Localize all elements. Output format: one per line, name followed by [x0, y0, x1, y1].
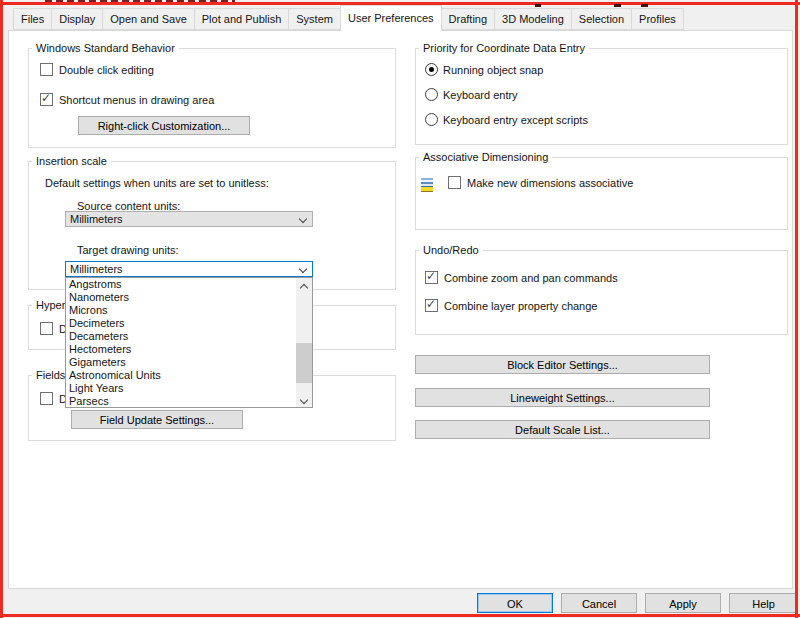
- default-scale-list-button[interactable]: Default Scale List...: [415, 420, 710, 439]
- tab-system[interactable]: System: [288, 8, 341, 30]
- group-undo-redo: [415, 250, 788, 335]
- dropdown-option[interactable]: Gigameters: [66, 356, 312, 369]
- scroll-down-button[interactable]: [296, 392, 312, 407]
- associative-dimension-icon: [421, 178, 433, 192]
- shortcut-menus-label: Shortcut menus in drawing area: [59, 94, 214, 107]
- annotation-border-bottom: [0, 614, 800, 617]
- tab-profiles[interactable]: Profiles: [631, 8, 684, 30]
- tab-files[interactable]: Files: [13, 8, 52, 30]
- chevron-up-icon: [300, 284, 308, 292]
- dropdown-scrollbar[interactable]: [296, 278, 312, 407]
- keyboard-entry-label: Keyboard entry: [443, 89, 518, 102]
- tab-display[interactable]: Display: [51, 8, 103, 30]
- group-title: Priority for Coordinate Data Entry: [419, 42, 589, 54]
- block-editor-settings-button[interactable]: Block Editor Settings...: [415, 355, 710, 374]
- scroll-up-button[interactable]: [296, 278, 312, 293]
- make-new-dimensions-associative-checkbox[interactable]: [448, 176, 461, 189]
- keyboard-entry-radio[interactable]: [425, 88, 438, 101]
- check-icon: ✓: [426, 297, 436, 311]
- cancel-button[interactable]: Cancel: [561, 593, 637, 613]
- annotation-border-right: [795, 0, 798, 618]
- combine-layer-property-checkbox[interactable]: ✓: [425, 299, 438, 312]
- right-click-customization-button[interactable]: Right-click Customization...: [78, 116, 250, 135]
- field-update-settings-button[interactable]: Field Update Settings...: [71, 410, 243, 429]
- clipped-text-remnant: [641, 4, 648, 7]
- group-title: Insertion scale: [32, 155, 111, 167]
- ok-button[interactable]: OK: [477, 593, 553, 613]
- shortcut-menus-checkbox[interactable]: ✓: [40, 93, 53, 106]
- dropdown-option[interactable]: Parsecs: [66, 395, 312, 408]
- tab-user-preferences[interactable]: User Preferences: [340, 5, 442, 31]
- annotation-border-top: [0, 2, 800, 5]
- group-associative-dimensioning: [415, 157, 788, 230]
- running-object-snap-radio[interactable]: [425, 63, 438, 76]
- dropdown-option[interactable]: Astronomical Units: [66, 369, 312, 382]
- make-new-dimensions-associative-label: Make new dimensions associative: [467, 177, 633, 190]
- tab-3d-modeling[interactable]: 3D Modeling: [494, 8, 572, 30]
- keyboard-entry-except-scripts-radio[interactable]: [425, 113, 438, 126]
- chevron-down-icon: [299, 215, 307, 223]
- check-icon: ✓: [426, 269, 436, 283]
- group-title: Undo/Redo: [419, 244, 483, 256]
- fields-display-checkbox[interactable]: [40, 392, 53, 405]
- combine-zoom-pan-label: Combine zoom and pan commands: [444, 272, 618, 285]
- group-title: Windows Standard Behavior: [32, 42, 179, 54]
- tab-bar: Files Display Open and Save Plot and Pub…: [13, 8, 684, 31]
- double-click-editing-label: Double click editing: [59, 64, 154, 77]
- source-content-units-value: Millimeters: [70, 213, 123, 225]
- dropdown-option[interactable]: Hectometers: [66, 343, 312, 356]
- dropdown-option[interactable]: Angstroms: [66, 278, 312, 291]
- source-content-units-combo[interactable]: Millimeters: [65, 211, 313, 227]
- scrollbar-thumb[interactable]: [296, 343, 312, 383]
- combine-zoom-pan-checkbox[interactable]: ✓: [425, 271, 438, 284]
- combine-layer-property-label: Combine layer property change: [444, 300, 597, 313]
- tab-drafting[interactable]: Drafting: [441, 8, 496, 30]
- chevron-down-icon: [300, 396, 308, 404]
- help-button[interactable]: Help: [729, 593, 798, 613]
- dropdown-option[interactable]: Light Years: [66, 382, 312, 395]
- tab-plot-and-publish[interactable]: Plot and Publish: [194, 8, 290, 30]
- annotation-border-left: [0, 0, 3, 618]
- target-drawing-units-value: Millimeters: [70, 263, 123, 275]
- dropdown-option[interactable]: Nanometers: [66, 291, 312, 304]
- keyboard-entry-except-scripts-label: Keyboard entry except scripts: [443, 114, 588, 127]
- lineweight-settings-button[interactable]: Lineweight Settings...: [415, 388, 710, 407]
- chevron-down-icon: [299, 265, 307, 273]
- clipped-text-remnant: [614, 4, 621, 7]
- radio-dot: [429, 67, 434, 72]
- check-icon: ✓: [41, 91, 51, 105]
- double-click-editing-checkbox[interactable]: [40, 63, 53, 76]
- group-title: Associative Dimensioning: [419, 151, 552, 163]
- dropdown-option[interactable]: Decimeters: [66, 317, 312, 330]
- target-units-dropdown-list: Angstroms Nanometers Microns Decimeters …: [65, 277, 313, 408]
- tab-selection[interactable]: Selection: [571, 8, 632, 30]
- dropdown-option[interactable]: Microns: [66, 304, 312, 317]
- dropdown-option[interactable]: Decameters: [66, 330, 312, 343]
- clipped-text-remnant: [45, 0, 235, 2]
- clipped-text-remnant: [535, 4, 541, 7]
- apply-button[interactable]: Apply: [645, 593, 721, 613]
- tab-open-and-save[interactable]: Open and Save: [102, 8, 194, 30]
- target-drawing-units-combo[interactable]: Millimeters: [65, 261, 313, 277]
- running-object-snap-label: Running object snap: [443, 64, 543, 77]
- options-dialog: Files Display Open and Save Plot and Pub…: [0, 0, 800, 618]
- target-drawing-units-label: Target drawing units:: [77, 244, 179, 257]
- hyperlink-display-checkbox[interactable]: [40, 322, 53, 335]
- insertion-scale-description: Default settings when units are set to u…: [45, 177, 269, 190]
- group-title: Fields: [32, 369, 69, 381]
